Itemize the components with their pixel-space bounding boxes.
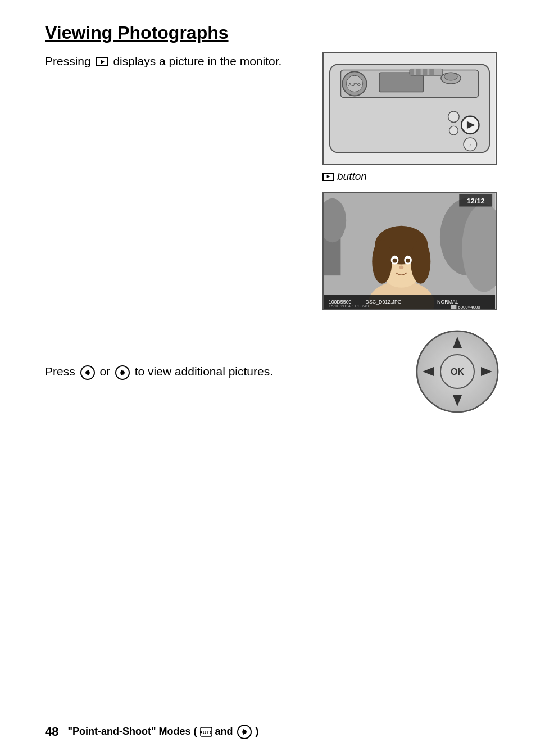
camera-top-diagram: AUTO i (322, 52, 497, 165)
svg-rect-17 (429, 69, 434, 75)
page: Viewing Photographs Pressing displays a … (0, 0, 536, 756)
footer-label: "Point-and-Shoot" Modes ( AUTO and ) (67, 725, 258, 739)
bottom-section: Press or to view additional pictures. (45, 327, 502, 417)
button-label-text: button (337, 170, 367, 183)
intro-paragraph: Pressing displays a picture in the monit… (45, 52, 306, 70)
button-label: button (322, 170, 367, 183)
press-text-2: or (99, 365, 110, 378)
svg-point-19 (449, 126, 458, 135)
svg-text:NORMAL: NORMAL (437, 299, 458, 305)
svg-rect-14 (410, 69, 414, 75)
svg-text:DSC_D012.JPG: DSC_D012.JPG (366, 299, 402, 305)
svg-point-32 (393, 259, 397, 263)
svg-point-28 (372, 239, 392, 283)
right-column: AUTO i (322, 52, 502, 310)
photo-preview-svg: 12/12 100D5500 DSC_D012.JPG NORMAL 15/10… (324, 193, 496, 309)
svg-point-18 (448, 111, 460, 123)
svg-text:12/12: 12/12 (467, 197, 485, 205)
directional-pad-diagram: OK (412, 327, 502, 417)
left-column: Pressing displays a picture in the monit… (45, 52, 306, 82)
footer-page-number: 48 (45, 725, 58, 739)
play-button-icon (96, 57, 108, 66)
camera-diagram-svg: AUTO i (324, 53, 496, 164)
svg-rect-15 (416, 69, 421, 75)
scene-mode-icon (237, 725, 252, 739)
svg-rect-42 (451, 305, 457, 309)
page-title: Viewing Photographs (45, 22, 502, 43)
intro-text-2: displays a picture in the monitor. (113, 55, 281, 67)
right-nav-icon (115, 365, 130, 380)
footer: 48 "Point-and-Shoot" Modes ( AUTO and ) (0, 725, 536, 739)
svg-point-29 (411, 239, 430, 283)
svg-point-33 (406, 259, 410, 263)
svg-text:AUTO: AUTO (348, 82, 361, 87)
svg-text:6000×4000: 6000×4000 (458, 305, 480, 309)
svg-point-34 (399, 265, 403, 269)
svg-text:15/10/2014 11:03:49: 15/10/2014 11:03:49 (329, 304, 369, 309)
svg-point-8 (444, 73, 458, 80)
svg-text:AUTO: AUTO (200, 730, 212, 735)
press-text-1: Press (45, 365, 75, 378)
play-icon-label (322, 173, 334, 181)
auto-mode-icon: AUTO (200, 727, 212, 737)
left-nav-icon (80, 365, 95, 380)
svg-rect-16 (423, 69, 428, 75)
main-content: Pressing displays a picture in the monit… (45, 52, 502, 310)
press-paragraph: Press or to view additional pictures. (45, 363, 390, 381)
press-text-3: to view additional pictures. (135, 365, 273, 378)
intro-text-1: Pressing (45, 55, 91, 67)
svg-text:OK: OK (451, 367, 464, 377)
photo-preview: 12/12 100D5500 DSC_D012.JPG NORMAL 15/10… (322, 192, 497, 310)
